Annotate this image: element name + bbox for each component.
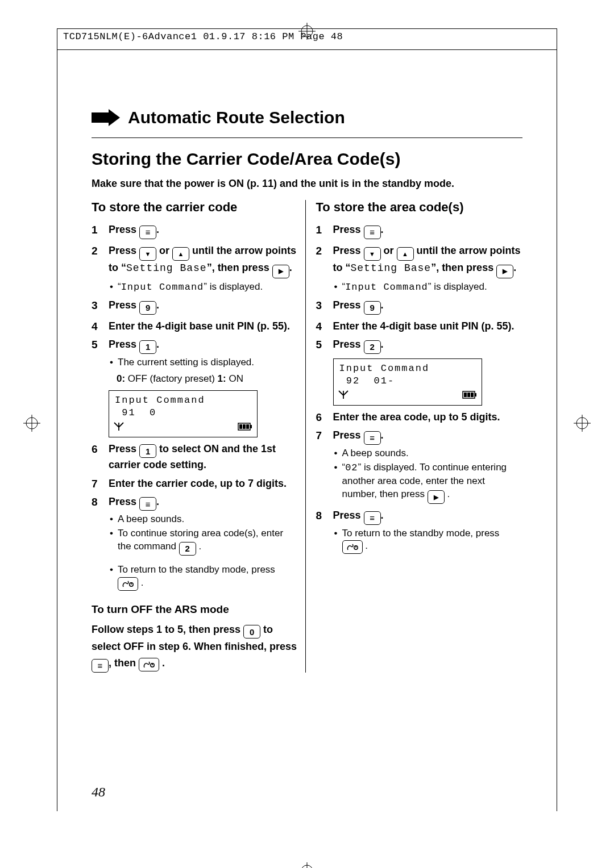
power-key-icon (118, 577, 138, 591)
step-8: 8 Press . To return to the standby mode,… (316, 508, 523, 554)
battery-icon (238, 423, 252, 433)
svg-rect-24 (464, 393, 467, 397)
digit-key-icon: 2 (179, 542, 196, 556)
page-number: 48 (92, 784, 105, 800)
step-4: 4 Enter the 4-digit base unit PIN (p. 55… (92, 319, 298, 333)
menu-key-icon (139, 226, 156, 239)
step-7: 7 Press . A beep sounds. “02” is display… (316, 428, 523, 504)
left-steps: 1 Press . 2 Press or until the arrow poi… (92, 223, 298, 386)
svg-rect-26 (471, 393, 474, 397)
right-key-icon (496, 265, 513, 278)
ars-heading: To turn OFF the ARS mode (92, 603, 298, 616)
svg-rect-25 (467, 393, 470, 397)
right-heading: To store the area code(s) (316, 200, 523, 215)
digit-key-icon: 0 (243, 625, 260, 639)
battery-icon (462, 391, 477, 402)
step-4: 4 Enter the 4-digit base unit PIN (p. 55… (316, 319, 523, 333)
left-steps-cont: 6 Press 1 to select ON and the 1st carri… (92, 442, 298, 591)
step-1: 1 Press . (92, 223, 298, 239)
step-note: To return to the standby mode, press . (110, 564, 298, 591)
right-key-icon (272, 265, 289, 278)
crop-mark-top (298, 23, 316, 40)
page-sheet: TCD715NLM(E)-6Advance1 01.9.17 8:16 PM P… (57, 28, 557, 811)
intro-text: Make sure that the power is ON (p. 11) a… (92, 178, 522, 190)
antenna-icon (338, 390, 349, 403)
step-2: 2 Press or until the arrow points to “Se… (92, 244, 298, 294)
step-8: 8 Press . A beep sounds. To continue sto… (92, 495, 298, 591)
svg-rect-14 (250, 425, 252, 428)
svg-rect-15 (239, 424, 242, 429)
step-7: 7 Enter the carrier code, up to 7 digits… (92, 477, 298, 490)
digit-key-icon: 9 (364, 301, 381, 315)
lcd-display: Input Command 92 01- (333, 358, 482, 406)
step-3: 3 Press 9. (316, 298, 523, 315)
menu-key-icon (364, 511, 381, 525)
up-key-icon (397, 247, 414, 261)
step-note: “02” is displayed. To continue entering … (334, 461, 523, 504)
svg-rect-17 (246, 424, 249, 429)
step-note: A beep sounds. (334, 447, 523, 460)
svg-marker-12 (92, 109, 120, 126)
menu-key-icon (139, 497, 156, 511)
power-key-icon (139, 658, 159, 671)
lcd-display: Input Command 91 0 (109, 390, 258, 437)
section-header: Automatic Route Selection (92, 108, 522, 127)
step-3: 3 Press 9. (92, 298, 298, 315)
digit-key-icon: 1 (139, 444, 156, 458)
section-rule (92, 137, 522, 138)
step-note: “Input Command” is displayed. (334, 281, 523, 294)
step-note: “Input Command” is displayed. (110, 281, 298, 294)
step-text: Press (109, 224, 139, 235)
right-steps-cont: 6 Enter the area code, up to 5 digits. 7… (316, 410, 523, 554)
up-key-icon (172, 247, 189, 261)
digit-key-icon: 1 (139, 340, 156, 354)
digit-key-icon: 2 (364, 340, 381, 354)
step-5: 5 Press 1. The current setting is displa… (92, 337, 298, 385)
left-heading: To store the carrier code (92, 200, 298, 215)
step-note: To return to the standby mode, press . (334, 527, 523, 554)
right-steps: 1 Press . 2 Press or until the arrow poi… (316, 223, 523, 354)
antenna-icon (114, 422, 124, 435)
page-title: Storing the Carrier Code/Area Code(s) (92, 149, 522, 169)
step-note: A beep sounds. (110, 513, 298, 526)
step-1: 1 Press . (316, 223, 523, 239)
down-key-icon (364, 247, 381, 261)
menu-key-icon (92, 659, 109, 673)
lcd-text: Input Command 91 0 (109, 391, 257, 420)
menu-key-icon (364, 226, 381, 239)
page-content: Automatic Route Selection Storing the Ca… (92, 108, 522, 673)
svg-rect-23 (475, 393, 476, 397)
step-6: 6 Enter the area code, up to 5 digits. (316, 410, 523, 424)
lcd-text: Input Command 92 01- (334, 359, 482, 389)
step-2: 2 Press or until the arrow points to “Se… (316, 244, 523, 294)
svg-rect-16 (243, 424, 246, 429)
column-left: To store the carrier code 1 Press . 2 Pr… (92, 200, 305, 673)
down-key-icon (139, 247, 156, 261)
crop-mark-right (574, 415, 591, 432)
power-key-icon (342, 540, 363, 554)
step-note: The current setting is displayed. (110, 356, 298, 369)
section-title: Automatic Route Selection (128, 108, 345, 127)
column-right: To store the area code(s) 1 Press . 2 Pr… (305, 200, 523, 673)
menu-key-icon (364, 431, 381, 445)
step-6: 6 Press 1 to select ON and the 1st carri… (92, 442, 298, 472)
ars-text: Follow steps 1 to 5, then press 0 to sel… (92, 621, 298, 673)
step-5: 5 Press 2. (316, 337, 523, 354)
columns: To store the carrier code 1 Press . 2 Pr… (92, 200, 522, 673)
crop-mark-bottom (298, 862, 316, 868)
crop-mark-left (23, 415, 40, 432)
right-key-icon (428, 490, 445, 504)
step-note: To continue storing area code(s), enter … (110, 527, 298, 555)
arrow-icon (92, 109, 120, 126)
digit-key-icon: 9 (139, 301, 156, 315)
